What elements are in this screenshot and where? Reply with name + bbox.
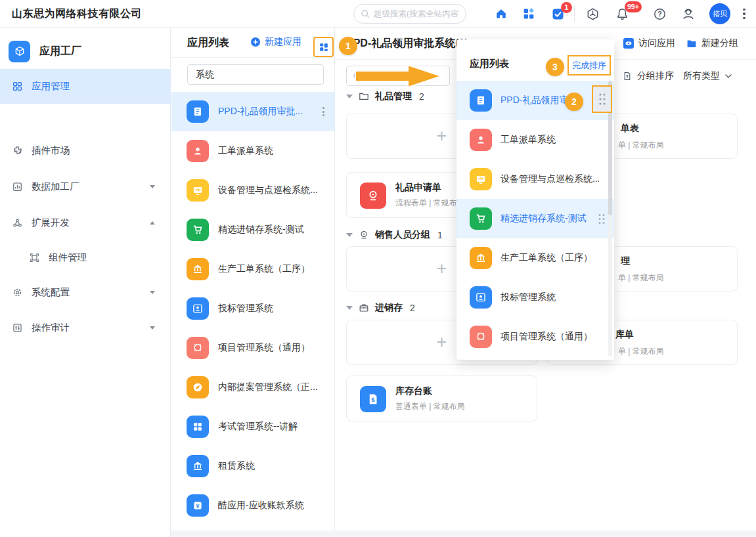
folder-icon xyxy=(686,38,697,49)
person-app-icon xyxy=(187,140,209,162)
sidebar-item-operation-audit[interactable]: 操作审计 xyxy=(0,313,171,342)
app-row-ppd-gift[interactable]: PPD-礼品领用审批... xyxy=(171,92,335,131)
topbar-divider xyxy=(574,6,575,22)
eye-icon xyxy=(623,38,634,49)
group-header-invoicing[interactable]: 进销存 2 xyxy=(346,302,415,314)
global-search-input[interactable] xyxy=(374,9,459,18)
id-card-app-icon xyxy=(470,286,492,309)
cart-app-icon xyxy=(470,207,492,230)
step-badge-2: 2 xyxy=(565,93,583,111)
add-plus-icon: + xyxy=(437,126,447,146)
compass-app-icon xyxy=(187,376,209,398)
sidebar-header: 应用工厂 xyxy=(0,37,171,66)
popup-row-device[interactable]: 设备管理与点巡检系统... xyxy=(456,160,614,199)
finish-sort-button[interactable]: 完成排序 xyxy=(567,55,611,75)
new-group-button[interactable]: 新建分组 xyxy=(686,37,738,49)
folder-outline-icon xyxy=(359,91,369,102)
bank-app-icon xyxy=(187,455,209,477)
gear-icon xyxy=(12,287,23,298)
visit-app-label: 访问应用 xyxy=(638,37,675,49)
app-row-receivables[interactable]: ¥ 酷应用-应收账款系统 xyxy=(171,486,335,525)
app-list-title: 应用列表 xyxy=(187,36,229,50)
app-row-inventory-test[interactable]: 精选进销存系统-测试 xyxy=(171,210,335,249)
new-app-button[interactable]: 新建应用 xyxy=(250,36,301,48)
step-badge-1: 1 xyxy=(339,37,357,55)
doc-app-icon xyxy=(187,100,209,123)
doc-app-icon xyxy=(470,89,492,112)
row-more-icon[interactable] xyxy=(322,107,324,116)
sidebar-item-system-config[interactable]: 系统配置 xyxy=(0,278,171,307)
sidebar-item-label: 扩展开发 xyxy=(32,217,70,229)
stamp-form-icon xyxy=(360,183,386,209)
popup-title: 应用列表 xyxy=(470,58,509,70)
briefcase-icon xyxy=(359,303,369,313)
monitor-pulse-app-icon xyxy=(470,168,492,190)
app-row-leasing[interactable]: 租赁系统 xyxy=(171,446,335,486)
app-row-project[interactable]: 项目管理系统（通用） xyxy=(171,328,335,368)
add-plus-icon: + xyxy=(437,332,447,353)
app-row-device[interactable]: 设备管理与点巡检系统... xyxy=(171,171,335,210)
support-headset-icon[interactable] xyxy=(681,7,696,21)
chevron-down-icon xyxy=(150,291,155,294)
bank-app-icon xyxy=(470,247,492,269)
popup-row-project[interactable]: 项目管理系统（通用） xyxy=(456,317,614,356)
sidebar-item-component-management[interactable]: 组件管理 xyxy=(0,243,171,272)
popup-row-ppd-gift[interactable]: PPD-礼品领用审批 xyxy=(456,81,614,120)
svg-text:¥: ¥ xyxy=(196,503,199,509)
highlighted-drag-handle[interactable] xyxy=(592,85,612,113)
sidebar-item-label: 组件管理 xyxy=(49,251,87,264)
audit-sliders-icon xyxy=(12,322,23,333)
group-sort-icon xyxy=(622,71,633,81)
id-card-app-icon xyxy=(187,297,209,320)
popup-row-workorder[interactable]: 工单派单系统 xyxy=(456,120,614,160)
group-sort-button[interactable]: 分组排序 xyxy=(622,70,674,82)
app-row-exam[interactable]: 考试管理系统--讲解 xyxy=(171,407,335,446)
apps-grid-icon[interactable] xyxy=(522,7,536,21)
drag-handle-icon[interactable] xyxy=(597,213,606,225)
group-header-gift[interactable]: 礼品管理 2 xyxy=(346,91,424,102)
form-card-stock-ledger[interactable]: $ 库存台账 普通表单 | 常规布局 xyxy=(346,376,537,421)
help-icon[interactable]: ? xyxy=(652,7,667,21)
more-menu-icon[interactable] xyxy=(737,7,751,21)
sidebar-item-data-factory[interactable]: 数据加工厂 xyxy=(0,172,171,201)
home-icon[interactable] xyxy=(494,7,508,21)
global-search[interactable] xyxy=(353,4,466,24)
popup-row-bidding[interactable]: 投标管理系统 xyxy=(456,278,614,317)
app-filter-input[interactable] xyxy=(187,64,324,85)
app-row-workorder[interactable]: 工单派单系统 xyxy=(171,131,335,171)
app-row-proposal[interactable]: 内部提案管理系统（正... xyxy=(171,368,335,407)
download-client-icon[interactable] xyxy=(585,7,600,21)
page-background-strip xyxy=(171,530,756,537)
popup-row-production[interactable]: 生产工单系统（工序） xyxy=(456,238,614,278)
sidebar: 应用工厂 应用管理 插件市场 数据加工厂 扩展开发 xyxy=(0,28,171,537)
visit-app-button[interactable]: 访问应用 xyxy=(623,37,675,49)
sidebar-item-label: 系统配置 xyxy=(32,286,70,299)
chevron-down-icon xyxy=(150,326,155,330)
sidebar-item-app-management[interactable]: 应用管理 xyxy=(0,69,171,104)
app-window: 山东思为网络科技有限公司 1 99 xyxy=(0,0,756,537)
app-factory-icon xyxy=(9,41,30,62)
cart-app-icon xyxy=(187,219,209,241)
notifications-badge: 99+ xyxy=(625,1,642,12)
app-sort-button[interactable] xyxy=(313,37,334,57)
sort-popup: 应用列表 完成排序 PPD-礼品领用审批 工单派单系统 设备管理与点巡检系统..… xyxy=(456,39,614,360)
avatar[interactable]: 搭贝 xyxy=(709,3,730,24)
person-app-icon xyxy=(470,129,492,151)
type-filter-select[interactable]: 所有类型 xyxy=(683,70,732,82)
sidebar-item-plugin-market[interactable]: 插件市场 xyxy=(0,136,171,165)
sidebar-item-extension-dev[interactable]: 扩展开发 xyxy=(0,208,171,237)
sidebar-header-label: 应用工厂 xyxy=(39,45,81,58)
company-name: 山东思为网络科技有限公司 xyxy=(12,7,142,21)
popup-row-inventory-test[interactable]: 精选进销存系统-测试 xyxy=(456,199,614,238)
group-header-sales[interactable]: 销售人员分组 1 xyxy=(346,229,443,241)
chevron-down-icon xyxy=(150,185,155,188)
monitor-pulse-app-icon xyxy=(187,179,209,202)
blob-app-icon xyxy=(470,326,492,348)
tutorial-arrow xyxy=(355,64,443,89)
bank-app-icon xyxy=(187,258,209,280)
app-row-bidding[interactable]: 投标管理系统 xyxy=(171,289,335,328)
top-bar: 山东思为网络科技有限公司 1 99 xyxy=(0,0,756,28)
app-row-production[interactable]: 生产工单系统（工序） xyxy=(171,249,335,289)
collapse-icon xyxy=(346,233,353,237)
tiles-app-icon xyxy=(187,416,209,438)
